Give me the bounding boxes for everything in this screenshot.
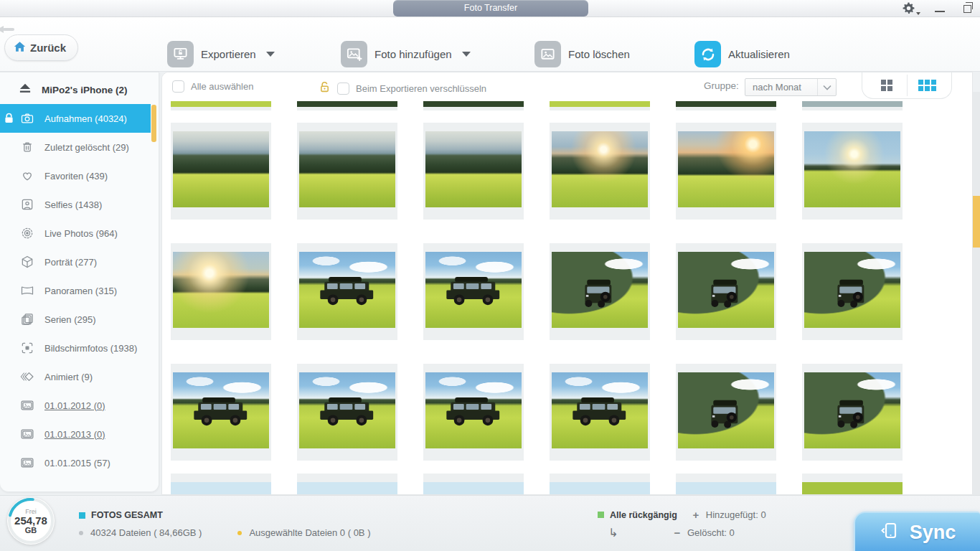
series-icon — [20, 312, 34, 326]
photo-image — [425, 252, 522, 328]
restore-button[interactable] — [963, 5, 971, 13]
sidebar-item[interactable]: 01.01.2015 (57) — [0, 448, 159, 477]
photo-thumbnail[interactable] — [676, 364, 776, 461]
encrypt-label: Beim Exportieren verschlüsseln — [356, 83, 486, 94]
main-scrollbar-track[interactable] — [973, 92, 980, 495]
photo-thumbnail[interactable] — [171, 364, 271, 461]
minus-icon: − — [673, 527, 682, 539]
sidebar-item[interactable]: 01.01.2012 (0) — [0, 391, 159, 420]
photo-thumbnail-partial[interactable] — [297, 101, 397, 110]
files-bullet-icon — [79, 531, 83, 535]
refresh-icon — [694, 41, 721, 67]
photo-thumbnail[interactable] — [802, 243, 903, 340]
toolbar-button-label: Foto hinzufügen — [374, 48, 452, 60]
photo-thumbnail[interactable] — [171, 243, 271, 340]
sidebar-item-label: 01.01.2013 (0) — [44, 429, 105, 440]
photo-image — [299, 131, 395, 207]
sidebar-item[interactable]: Panoramen (315) — [0, 276, 159, 305]
panorama-icon — [20, 283, 34, 298]
sidebar-item[interactable]: Zuletzt gelöscht (29) — [0, 133, 159, 161]
photo-thumbnail-partial[interactable] — [676, 101, 776, 110]
photo-thumbnail[interactable] — [297, 364, 397, 461]
toolbar-button-export[interactable]: Exportieren — [167, 41, 275, 67]
main-scrollbar-thumb[interactable] — [973, 196, 980, 248]
group-by-select[interactable]: nach Monat — [745, 78, 837, 96]
photo-grid-row — [162, 101, 972, 110]
select-all-label: Alle auswählen — [191, 81, 253, 92]
photo-image — [425, 131, 522, 207]
photo-thumbnail[interactable] — [550, 364, 650, 461]
sidebar-item[interactable]: Serien (295) — [0, 305, 159, 334]
photo-thumbnail[interactable] — [550, 123, 650, 220]
sidebar-item[interactable]: Animiert (9) — [0, 362, 159, 391]
photo-thumbnail[interactable] — [550, 243, 650, 340]
grid-view-large-button[interactable] — [907, 75, 947, 96]
photo-thumbnail-partial[interactable] — [550, 101, 650, 110]
photo-thumbnail[interactable] — [297, 243, 397, 340]
settings-button[interactable] — [902, 1, 916, 16]
back-arrow-ghost-icon — [0, 26, 16, 33]
photo-thumbnail[interactable] — [297, 123, 397, 220]
encrypt-checkbox[interactable] — [337, 83, 349, 95]
photo-thumbnail[interactable] — [802, 364, 903, 461]
sidebar-item-label: Serien (295) — [44, 314, 96, 325]
photo-thumbnail[interactable] — [676, 123, 776, 220]
selected-count: Ausgewählte Dateien 0 ( 0B ) — [249, 527, 370, 538]
photo-thumbnail-partial[interactable] — [423, 101, 524, 110]
undo-all-button[interactable]: Alle rückgängig — [610, 510, 677, 520]
photo-thumbnail-partial[interactable] — [802, 474, 903, 495]
sidebar-scrollbar-thumb[interactable] — [151, 105, 156, 142]
photo-thumbnail-partial[interactable] — [802, 101, 903, 110]
sidebar-item[interactable]: Live Photos (964) — [0, 219, 159, 248]
undo-bullet-icon — [598, 512, 604, 518]
photo-thumbnail-partial[interactable] — [171, 474, 271, 495]
photo-grid-row — [162, 364, 972, 461]
device-row[interactable]: MiPo2's iPhone (2) — [0, 72, 159, 104]
photo-thumbnail-partial[interactable] — [423, 474, 524, 495]
photo-thumbnail[interactable] — [423, 243, 524, 340]
photo-thumbnail-partial[interactable] — [550, 474, 650, 495]
window-title: Foto Transfer — [393, 0, 588, 17]
camera-icon — [20, 111, 34, 126]
photo-thumbnail-partial[interactable] — [676, 474, 776, 495]
sidebar-item[interactable]: Porträt (277) — [0, 248, 159, 276]
grid-2x2-icon — [881, 80, 892, 91]
foto-transfer-window: Foto Transfer Zurück ExportierenFoto hin… — [0, 0, 980, 551]
sync-button[interactable]: Sync — [854, 512, 980, 551]
back-button[interactable]: Zurück — [4, 34, 78, 61]
photo-thumbnail[interactable] — [802, 123, 903, 220]
sidebar-item[interactable]: Favoriten (439) — [0, 161, 159, 190]
photo-thumbnail-partial[interactable] — [297, 474, 397, 495]
toolbar-button-add-photo[interactable]: Foto hinzufügen — [341, 41, 471, 67]
photo-thumbnail[interactable] — [423, 123, 524, 220]
live-photo-icon — [20, 226, 34, 240]
sidebar-item[interactable]: 01.01.2013 (0) — [0, 420, 159, 448]
grid-3x2-icon — [918, 80, 936, 91]
redo-arrow-icon[interactable]: ↳ — [608, 526, 623, 540]
sidebar-item-label: 01.01.2015 (57) — [44, 458, 110, 468]
photo-image — [299, 372, 395, 448]
select-all-checkbox[interactable] — [172, 80, 184, 93]
photo-image — [173, 372, 269, 448]
photo-grid-row — [162, 123, 972, 220]
toolbar-button-delete-photo[interactable]: Foto löschen — [534, 41, 630, 67]
sidebar-item[interactable]: Selfies (1438) — [0, 190, 159, 219]
sidebar-item-label: Selfies (1438) — [44, 199, 102, 210]
delete-photo-icon — [534, 41, 561, 67]
photo-grid-row — [162, 243, 972, 340]
sidebar-item[interactable]: Aufnahmen (40324) — [0, 104, 151, 133]
grid-view-small-button[interactable] — [867, 75, 907, 96]
photo-thumbnail-partial[interactable] — [171, 101, 271, 110]
toolbar-button-refresh[interactable]: Aktualisieren — [694, 41, 790, 67]
photo-thumbnail[interactable] — [171, 123, 271, 220]
album-icon — [20, 427, 34, 441]
sidebar-item-label: Favoriten (439) — [44, 171, 108, 182]
minimize-button[interactable] — [935, 11, 945, 12]
photo-image — [804, 252, 900, 328]
sidebar-item[interactable]: Bildschirmfotos (1938) — [0, 334, 159, 362]
sidebar-item-label: Animiert (9) — [44, 372, 93, 382]
photo-thumbnail[interactable] — [423, 364, 524, 461]
sidebar-item-label: Panoramen (315) — [44, 286, 117, 296]
photo-image — [804, 372, 900, 448]
photo-thumbnail[interactable] — [676, 243, 776, 340]
